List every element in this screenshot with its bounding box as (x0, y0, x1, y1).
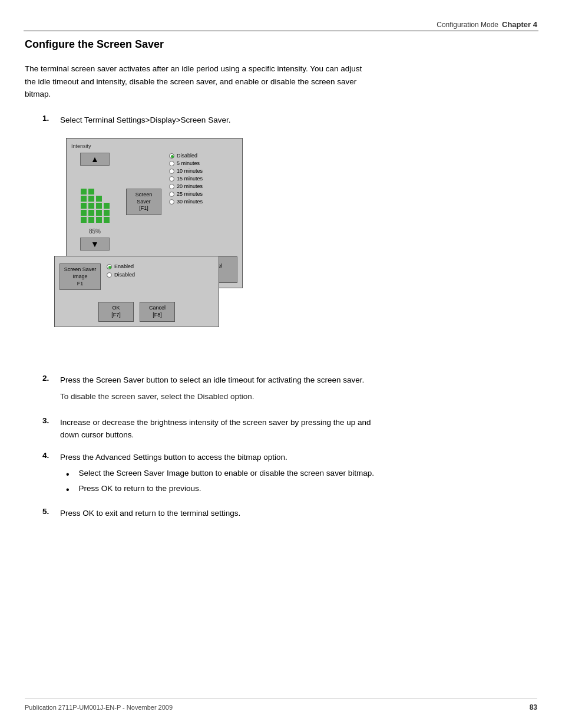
sub-radio-label-disabled: Disabled (114, 272, 135, 278)
bar-seg (104, 217, 110, 223)
sub-radio-panel: Enabled Disabled (107, 263, 135, 278)
bar-col-4 (104, 203, 110, 223)
step-2-number: 2. (42, 374, 54, 406)
radio-circle-10min (169, 169, 174, 174)
bullet-2: Press OK to return to the previous. (66, 482, 374, 498)
bullet-text-2: Press OK to return to the previous. (79, 482, 201, 498)
bar-col-2 (88, 189, 94, 223)
sub-dialog-body: Screen SaverImageF1 Enabled Disabled (59, 263, 214, 290)
dialog-sub: Screen SaverImageF1 Enabled Disabled OK[… (54, 256, 219, 327)
radio-disabled: Disabled (169, 153, 237, 159)
step-3-number: 3. (42, 416, 54, 442)
bar-seg (96, 210, 102, 216)
radio-label-5min: 5 minutes (177, 160, 200, 166)
step-4-number: 4. (42, 451, 54, 498)
up-arrow-button[interactable]: ▲ (80, 153, 110, 166)
bar-seg (81, 217, 87, 223)
header-chapter-label: Chapter 4 (502, 20, 537, 29)
dialogs-container: Intensity ▲ (54, 138, 249, 362)
radio-10min: 10 minutes (169, 168, 237, 174)
radio-5min: 5 minutes (169, 160, 237, 166)
sub-radio-circle-disabled (107, 272, 112, 278)
screen-saver-button[interactable]: ScreenSaver[F1] (126, 189, 161, 215)
radio-label-25min: 25 minutes (177, 191, 203, 197)
sub-radio-enabled: Enabled (107, 263, 135, 269)
radio-circle-20min (169, 184, 174, 189)
step-4-bullets: Select the Screen Saver Image button to … (66, 467, 374, 497)
bar-seg (81, 189, 87, 195)
radio-panel: Disabled 5 minutes 10 minutes 15 minutes (169, 153, 237, 251)
radio-label-15min: 15 minutes (177, 176, 203, 182)
radio-30min: 30 minutes (169, 199, 237, 205)
bar-seg (96, 196, 102, 202)
radio-label-20min: 20 minutes (177, 183, 203, 189)
step-5: 5. Press OK to exit and return to the te… (42, 507, 537, 520)
bar-seg (96, 217, 102, 223)
bar-seg (88, 210, 94, 216)
step-1: 1. Select Terminal Settings>Display>Scre… (42, 114, 537, 127)
radio-circle-5min (169, 161, 174, 166)
footer: Publication 2711P-UM001J-EN-P - November… (25, 698, 537, 711)
step-4: 4. Press the Advanced Settings button to… (42, 451, 537, 498)
ok-button-sub[interactable]: OK[F7] (98, 302, 134, 321)
sub-radio-disabled: Disabled (107, 272, 135, 278)
bar-seg (88, 196, 94, 202)
step-2: 2. Press the Screen Saver button to sele… (42, 374, 537, 406)
sub-radio-circle-enabled (107, 264, 112, 269)
bar-seg (88, 203, 94, 209)
step-3: 3. Increase or decrease the brightness i… (42, 416, 537, 442)
radio-circle-disabled (169, 153, 174, 159)
footer-page-number: 83 (530, 703, 537, 711)
bar-seg (88, 189, 94, 195)
radio-circle-30min (169, 199, 174, 205)
radio-label-10min: 10 minutes (177, 168, 203, 174)
radio-label-disabled: Disabled (177, 153, 197, 159)
radio-25min: 25 minutes (169, 191, 237, 197)
step-3-text: Increase or decrease the brightness inte… (60, 418, 371, 440)
bar-seg (81, 196, 87, 202)
header-area: Configuration Mode Chapter 4 (437, 20, 537, 29)
pct-label: 85% (89, 228, 101, 235)
middle-panel: ScreenSaver[F1] (123, 153, 164, 251)
sub-dialog-buttons: OK[F7] Cancel[F8] (59, 302, 214, 321)
main-content: Configure the Screen Saver The terminal … (0, 38, 562, 564)
step-5-number: 5. (42, 507, 54, 520)
section-title: Configure the Screen Saver (25, 38, 537, 51)
bar-seg (81, 210, 87, 216)
cancel-button-sub[interactable]: Cancel[F8] (140, 302, 175, 321)
intensity-bars (81, 170, 110, 223)
step-5-text: Press OK to exit and return to the termi… (60, 509, 240, 518)
bar-seg (104, 210, 110, 216)
radio-20min: 20 minutes (169, 183, 237, 189)
step-4-text: Press the Advanced Settings button to ac… (60, 451, 374, 464)
bar-seg (81, 203, 87, 209)
bullet-text-1: Select the Screen Saver Image button to … (79, 467, 374, 482)
bar-col-1 (81, 189, 87, 223)
step-2-text: Press the Screen Saver button to select … (60, 374, 364, 387)
step-2-sub-text: To disable the screen saver, select the … (60, 390, 364, 403)
sub-radio-label-enabled: Enabled (114, 263, 134, 269)
radio-label-30min: 30 minutes (177, 199, 203, 205)
dialog-main-title: Intensity (71, 143, 237, 149)
intro-paragraph: The terminal screen saver activates afte… (25, 62, 366, 101)
header-rule (24, 31, 538, 31)
radio-circle-25min (169, 192, 174, 197)
bar-seg (88, 217, 94, 223)
down-arrow-button[interactable]: ▼ (80, 238, 110, 251)
bar-seg (104, 203, 110, 209)
header-section-label: Configuration Mode (437, 21, 498, 29)
radio-15min: 15 minutes (169, 176, 237, 182)
dialog-main-body: ▲ (71, 153, 237, 251)
step-1-text: Select Terminal Settings>Display>Screen … (60, 116, 230, 124)
step-1-number: 1. (42, 114, 54, 127)
intensity-panel: ▲ (71, 153, 118, 251)
bar-col-3 (96, 196, 102, 223)
bar-seg (96, 203, 102, 209)
screen-saver-image-button[interactable]: Screen SaverImageF1 (59, 263, 101, 290)
footer-publication: Publication 2711P-UM001J-EN-P - November… (25, 704, 173, 711)
bullet-1: Select the Screen Saver Image button to … (66, 467, 374, 482)
radio-circle-15min (169, 176, 174, 182)
